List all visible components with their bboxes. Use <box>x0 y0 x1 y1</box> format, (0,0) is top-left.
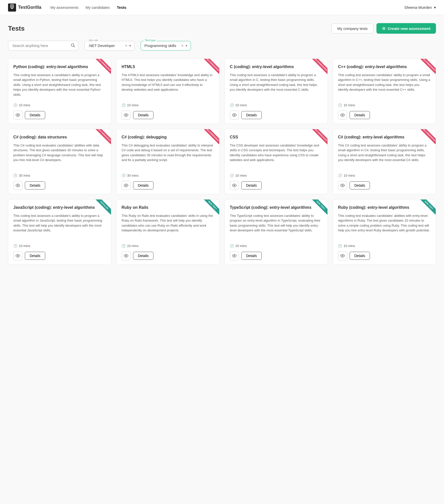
preview-button[interactable] <box>122 251 131 260</box>
test-type-label: Test type <box>144 39 157 42</box>
card-desc: This coding test assesses a candidate's … <box>13 73 106 100</box>
card-title: JavaScript (coding): entry-level algorit… <box>13 205 106 210</box>
svg-point-10 <box>234 115 235 116</box>
card-time-value: 10 mins <box>344 103 355 107</box>
card-time-value: 10 mins <box>344 174 355 177</box>
eye-icon <box>340 113 345 117</box>
card-desc: This Ruby on Rails test evaluates candid… <box>122 213 214 240</box>
details-button[interactable]: Details <box>133 111 153 119</box>
card-ribbon: RECOMMENDED <box>201 59 219 77</box>
svg-point-15 <box>342 185 343 186</box>
plus-icon: ⊕ <box>382 26 386 31</box>
details-button[interactable]: Details <box>133 252 153 260</box>
test-grid: RECOMMENDED Python (coding): entry-level… <box>8 59 436 265</box>
logo[interactable]: TestGorilla <box>8 4 41 12</box>
card-ribbon-label: RECOMMENDED <box>419 129 436 144</box>
search-input[interactable] <box>8 41 71 50</box>
card-title: Ruby (coding): entry-level algorithms <box>338 205 431 210</box>
svg-point-19 <box>342 255 343 257</box>
details-button[interactable]: Details <box>241 181 262 189</box>
eye-icon <box>232 254 237 258</box>
header-actions: My company tests ⊕ Create new assessment <box>331 23 436 34</box>
card-time-value: 30 mins <box>127 174 139 177</box>
card-time-value: 10 mins <box>127 244 139 248</box>
details-button[interactable]: Details <box>350 252 370 260</box>
card-actions: Details <box>122 251 214 260</box>
card-desc: The HTML5 test assesses candidates' know… <box>122 73 214 100</box>
card-actions: Details <box>13 251 106 260</box>
details-button[interactable]: Details <box>133 181 153 189</box>
clock-icon: 🕐 <box>338 103 342 107</box>
clock-icon: 🕐 <box>13 244 17 248</box>
eye-icon <box>16 254 20 258</box>
card-time: 🕐 10 mins <box>13 244 106 248</box>
preview-button[interactable] <box>13 251 22 260</box>
card-actions: Details <box>230 251 322 260</box>
preview-button[interactable] <box>338 111 347 120</box>
card-ribbon-label: POPULAR <box>95 199 111 215</box>
details-button[interactable]: Details <box>241 252 262 260</box>
test-type-clear-icon[interactable]: × <box>181 43 184 48</box>
preview-button[interactable] <box>230 181 239 190</box>
svg-point-5 <box>12 6 13 7</box>
test-card: RECOMMENDED HTML5 The HTML5 test assesse… <box>116 59 219 124</box>
preview-button[interactable] <box>122 111 131 120</box>
my-company-tests-button[interactable]: My company tests <box>331 24 373 33</box>
details-button[interactable]: Details <box>25 252 45 260</box>
test-type-value: Programming skills <box>144 43 179 48</box>
svg-line-7 <box>74 46 75 47</box>
test-card: RECOMMENDED C# (coding): entry-level alg… <box>333 129 436 194</box>
card-ribbon-label: NEW TEST <box>419 199 436 215</box>
card-ribbon: RECOMMENDED <box>93 59 111 77</box>
eye-icon <box>16 113 20 117</box>
details-button[interactable]: Details <box>350 181 370 189</box>
eye-icon <box>124 183 128 188</box>
nav-my-assessments[interactable]: My assessments <box>50 5 79 10</box>
create-assessment-label: Create new assessment <box>388 26 430 31</box>
create-assessment-button[interactable]: ⊕ Create new assessment <box>376 23 436 34</box>
eye-icon <box>340 254 345 258</box>
preview-button[interactable] <box>230 251 239 260</box>
card-ribbon: RECOMMENDED <box>418 129 436 147</box>
clock-icon: 🕐 <box>230 103 234 107</box>
card-ribbon-label: RECOMMENDED <box>203 129 219 144</box>
card-ribbon: NEW TEST <box>309 199 327 218</box>
preview-button[interactable] <box>122 181 131 190</box>
card-actions: Details <box>122 111 214 120</box>
preview-button[interactable] <box>13 111 22 120</box>
card-ribbon-label: RECOMMENDED <box>419 59 436 74</box>
card-title: HTML5 <box>122 64 214 70</box>
card-time: 🕐 10 mins <box>338 103 431 107</box>
card-time: 🕐 10 mins <box>338 244 431 248</box>
test-card: RECOMMENDED C# (coding): debugging This … <box>116 129 219 194</box>
svg-point-12 <box>17 185 19 186</box>
clock-icon: 🕐 <box>13 103 17 107</box>
preview-button[interactable] <box>338 181 347 190</box>
details-button[interactable]: Details <box>25 111 45 119</box>
preview-button[interactable] <box>230 111 239 120</box>
card-ribbon: RECOMMENDED <box>418 59 436 77</box>
job-role-clear-icon[interactable]: × <box>125 43 127 48</box>
details-button[interactable]: Details <box>25 181 45 189</box>
card-actions: Details <box>230 111 322 120</box>
card-actions: Details <box>338 111 431 120</box>
svg-point-9 <box>126 115 127 116</box>
user-menu[interactable]: Sheena Muirden ▾ <box>404 5 436 10</box>
preview-button[interactable] <box>338 251 347 260</box>
clock-icon: 🕐 <box>230 244 234 248</box>
preview-button[interactable] <box>13 181 22 190</box>
nav-tests[interactable]: Tests <box>117 5 126 10</box>
test-type-select[interactable]: Programming skills × ▾ <box>141 41 191 51</box>
job-role-select[interactable]: .NET Developer × ▾ <box>84 41 135 51</box>
card-time: 🕐 10 mins <box>338 174 431 177</box>
test-card: RECOMMENDED C++ (coding): entry-level al… <box>333 59 436 124</box>
card-title: C (coding): entry-level algorithms <box>230 64 322 70</box>
card-ribbon: POPULAR <box>93 199 111 218</box>
nav-my-candidates[interactable]: My candidates <box>85 5 110 10</box>
details-button[interactable]: Details <box>350 111 370 119</box>
details-button[interactable]: Details <box>241 111 262 119</box>
card-time-value: 10 mins <box>235 244 247 248</box>
card-actions: Details <box>122 181 214 190</box>
clock-icon: 🕐 <box>122 103 126 107</box>
clock-icon: 🕐 <box>230 174 234 177</box>
